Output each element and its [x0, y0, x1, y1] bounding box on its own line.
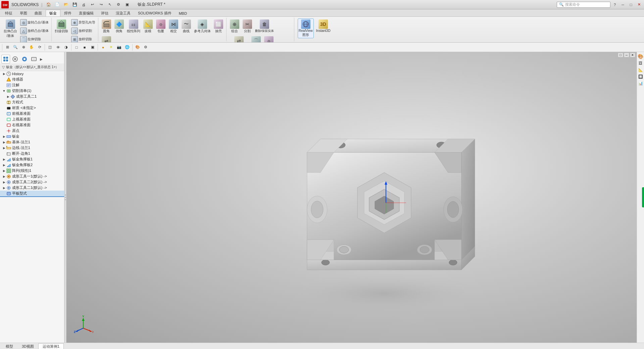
- intersect-btn[interactable]: ⋈ 相交: [167, 18, 180, 35]
- help-btn[interactable]: ?: [611, 2, 618, 8]
- rebuild-btn[interactable]: ⚙: [115, 1, 122, 8]
- open-btn[interactable]: 📂: [62, 1, 70, 8]
- realview-btn[interactable]: RealView图形: [298, 18, 314, 38]
- cutlist-arrow[interactable]: ▼: [2, 89, 6, 93]
- tree-item-formtool22[interactable]: ▶ 成形工具二2(默认) ->: [0, 179, 64, 185]
- tree-item-sm-gusset1[interactable]: ▶ 钣金角撑板1: [0, 156, 64, 162]
- zoom-selection-btn[interactable]: 🔍: [12, 44, 19, 51]
- view-settings-btn2[interactable]: ⚙: [142, 44, 149, 51]
- sheetmetal-arrow[interactable]: ▶: [2, 135, 6, 139]
- lights-btn[interactable]: ☀: [107, 44, 115, 51]
- restore-btn[interactable]: □: [627, 2, 635, 8]
- minimize-btn[interactable]: ─: [619, 2, 627, 8]
- flex-btn[interactable]: ⌒ 弯曲: [250, 35, 262, 42]
- sm-gusset2-arrow[interactable]: ▶: [2, 163, 6, 167]
- tree-item-formtool21b[interactable]: ▶ 成形工具二1(默认) ->: [0, 185, 64, 191]
- new-btn[interactable]: 📄: [54, 1, 61, 8]
- cameras-btn[interactable]: 📷: [115, 44, 123, 51]
- display-states-btn[interactable]: 🎨: [134, 44, 141, 51]
- zoom-area-btn[interactable]: ⊕: [20, 44, 27, 51]
- formtool21-arrow[interactable]: ▶: [6, 95, 10, 99]
- display-shaded-btn[interactable]: ■: [81, 44, 88, 51]
- pan-btn[interactable]: ✋: [28, 44, 35, 51]
- tree-item-origin[interactable]: ▶ 原点: [0, 128, 64, 134]
- tree-item-sheetmetal[interactable]: ▶ 钣金: [0, 134, 64, 139]
- history-arrow[interactable]: ▶: [2, 72, 6, 76]
- edge-flange-arrow[interactable]: ▶: [2, 146, 6, 150]
- section-view-btn[interactable]: ◫: [46, 44, 54, 51]
- sweep-boss-btn[interactable]: ⌒ 拉伸切除: [19, 35, 50, 42]
- wrap2-btn[interactable]: ⌾ 包覆: [263, 35, 275, 42]
- shell-btn[interactable]: ⬜ 抽壳: [212, 18, 225, 35]
- tree-item-formtool21[interactable]: ▶ 成形工具二1: [0, 94, 64, 99]
- draft-btn[interactable]: 📐 拔模: [142, 18, 154, 35]
- tree-item-equation[interactable]: ▶ ∑ 方程式: [0, 99, 64, 105]
- delete-solid-btn[interactable]: 🗑 删除/保留实体: [254, 18, 275, 34]
- tree-item-pattern[interactable]: ▶ 阵列(线性)1: [0, 168, 64, 173]
- tree-item-top-plane[interactable]: ▶ 上视基准面: [0, 116, 64, 122]
- tree-item-break-corner[interactable]: ▶ 断开-边角1: [0, 151, 64, 156]
- more-tabs-btn[interactable]: ▶: [39, 55, 44, 63]
- formtool21b-arrow[interactable]: ▶: [2, 186, 6, 190]
- viewport[interactable]: X Y Z 🎨 🖼 📐 🔲 📊 □ ─: [66, 52, 644, 343]
- tab-weldment[interactable]: 焊件: [60, 10, 75, 16]
- select-btn[interactable]: ↖: [106, 1, 113, 8]
- tab-model[interactable]: 模型: [1, 343, 17, 349]
- tree-item-material[interactable]: ▶ M 材质 <未指定>: [0, 105, 64, 111]
- tree-item-flat-pattern[interactable]: ▶ 平板型式: [0, 191, 64, 197]
- base-flange-arrow[interactable]: ▶: [2, 140, 6, 144]
- scene-btn[interactable]: 🌐: [123, 44, 131, 51]
- curves-btn[interactable]: 〜 曲线: [180, 18, 192, 35]
- vp-view-btn[interactable]: 📐: [638, 67, 644, 73]
- tab-render[interactable]: 渲染工具: [112, 10, 134, 16]
- ref-geom-btn[interactable]: ◈ 参考几何体: [193, 18, 212, 35]
- loft-boss-btn[interactable]: △ 放样凸台/基体: [19, 27, 50, 35]
- wrap-btn[interactable]: ⌾ 包覆: [155, 18, 167, 35]
- instant3d-btn[interactable]: 3D Instant3D: [315, 18, 332, 34]
- chamfer-btn[interactable]: 🔷 倒角: [113, 18, 125, 35]
- pattern-arrow[interactable]: ▶: [2, 169, 6, 173]
- display-style-btn[interactable]: □: [73, 44, 80, 51]
- hole-wizard-btn[interactable]: ⊗ 异型孔向导: [70, 18, 97, 27]
- vp-corner-nw[interactable]: [66, 52, 71, 57]
- view-settings-btn[interactable]: 👁: [54, 44, 62, 51]
- tree-item-history[interactable]: ▶ History: [0, 71, 64, 77]
- boundary-cut-btn[interactable]: ⊞ 放样切除: [70, 35, 97, 42]
- tab-direct-edit[interactable]: 直接编辑: [75, 10, 97, 16]
- vp-appearance-btn[interactable]: 🎨: [638, 53, 644, 59]
- draft-quality-btn[interactable]: ▣: [89, 44, 96, 51]
- vp-maximize-btn[interactable]: □ ─ ✕: [618, 53, 635, 57]
- formtool22-arrow[interactable]: ▶: [2, 180, 6, 184]
- tree-item-edge-flange[interactable]: ▶ 边线-法兰1: [0, 145, 64, 151]
- tab-sketch[interactable]: 草图: [16, 10, 31, 16]
- tree-item-right-plane[interactable]: ▶ 右视基准面: [0, 122, 64, 128]
- undo-btn[interactable]: ↩: [89, 1, 96, 8]
- tab-evaluate[interactable]: 评估: [97, 10, 112, 16]
- tab-sheetmetal[interactable]: 钣金: [46, 10, 60, 16]
- loft-cut-btn[interactable]: ◁ 放样切割: [70, 27, 97, 35]
- view-orientation-btn[interactable]: ⊞: [4, 44, 11, 51]
- rotate-boss-btn[interactable]: ◎ 旋转凸台/基体: [19, 18, 50, 27]
- tree-item-annotation[interactable]: ▶ 注解: [0, 82, 64, 88]
- config-manager-tab[interactable]: [20, 55, 29, 63]
- hide-show-btn[interactable]: ◑: [62, 44, 70, 51]
- vp-scene-btn[interactable]: 🖼: [638, 60, 644, 66]
- combine-btn[interactable]: ⊕ 组合: [229, 18, 241, 35]
- tab-mbd[interactable]: MBD: [175, 10, 191, 16]
- linear-pattern-btn[interactable]: ⚏ 线性阵列: [126, 18, 141, 35]
- tree-item-front-plane[interactable]: ▶ F 前视基准面: [0, 111, 64, 116]
- sweep-cut-btn[interactable]: 扫描切除: [54, 18, 69, 42]
- search-box[interactable]: 🔍 搜索命令: [557, 2, 610, 8]
- formtool11-arrow[interactable]: ▶: [2, 174, 6, 179]
- tree-item-base-flange[interactable]: ▶ 基体-法兰1: [0, 139, 64, 145]
- fillet-btn[interactable]: 圆角: [100, 18, 112, 35]
- tab-3dview[interactable]: 3D视图: [17, 343, 38, 349]
- property-manager-tab[interactable]: [11, 55, 19, 63]
- tree-item-formtool11[interactable]: ▶ 成形工具一1(默认) ->: [0, 173, 64, 179]
- redo-btn[interactable]: ↪: [97, 1, 105, 8]
- save-btn[interactable]: 💾: [71, 1, 79, 8]
- split-btn[interactable]: ✂ 分割: [241, 18, 253, 35]
- tree-item-sensor[interactable]: ▶ ⚡ 传感器: [0, 77, 64, 82]
- tab-features[interactable]: 特征: [1, 10, 16, 16]
- sm-gusset1-arrow[interactable]: ▶: [2, 157, 6, 161]
